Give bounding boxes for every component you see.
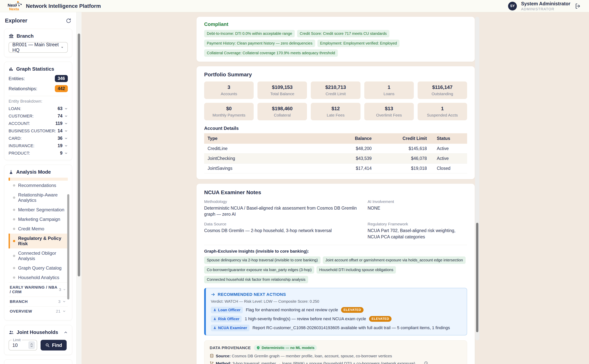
field-label: AI Involvement: [367, 199, 467, 204]
analysis-list-scrollbar[interactable]: [67, 194, 69, 299]
analysis-mode-item[interactable]: Credit Memo: [9, 224, 68, 234]
field-label: Methodology: [204, 199, 358, 204]
stepper-up-icon[interactable]: [30, 343, 33, 345]
account-type: JointSavings: [204, 163, 314, 173]
flask-icon: [9, 170, 13, 175]
stat-value: $210,713: [312, 84, 359, 90]
stepper-down-icon[interactable]: [30, 345, 33, 347]
analysis-mode-item[interactable]: Recommendations: [9, 181, 68, 190]
analysis-mode-item[interactable]: Household Analytics: [9, 273, 68, 282]
insight-badge: Household DTI including spouse obligatio…: [316, 266, 396, 273]
chevron-down-icon[interactable]: [64, 107, 68, 110]
analysis-mode-item[interactable]: Regulatory & Policy Risk: [9, 234, 68, 248]
analysis-mode-item-label: Recommendations: [18, 183, 56, 188]
entity-breakdown-row[interactable]: PRODUCT: 9: [9, 151, 68, 156]
bullet-dot-icon: [13, 267, 15, 269]
app-header: Nexi Nexta Network Intelligence Platform…: [0, 0, 589, 12]
recommended-actions-title: RECOMMENDED NEXT ACTIONS: [218, 292, 286, 297]
stat-label: Total Balance: [259, 91, 305, 96]
bullet-dot-icon: [13, 184, 15, 187]
account-table-row[interactable]: JointSavings $17,414 $19,018 Closed: [204, 163, 467, 173]
source-label: Source:: [216, 354, 231, 358]
analysis-mode-item[interactable]: Connected Obligor Analysis: [9, 248, 68, 263]
analysis-mode-item[interactable]: Graph Query Catalog: [9, 263, 68, 273]
stat-value: $13: [366, 106, 412, 111]
compliant-badge: Collateral Coverage: Collateral coverage…: [204, 49, 338, 57]
recommended-actions-box: RECOMMENDED NEXT ACTIONS Verdict: WATCH …: [204, 288, 467, 335]
entity-type-label: CUSTOMER:: [9, 114, 58, 119]
account-status: Active: [430, 144, 467, 154]
account-credit-limit: $145,618: [375, 144, 430, 154]
analysis-group-row[interactable]: OVERVIEW 21: [9, 306, 68, 316]
analysis-group-list: EARLY WARNING / NBA / CRM 3 BRANCH 3 OVE…: [9, 282, 68, 316]
limit-input[interactable]: Limit 10: [9, 340, 37, 351]
git-branch-icon: [210, 361, 214, 364]
account-credit-limit: $46,078: [375, 154, 430, 163]
joint-households-card: Joint Households Limit 10 Find: [4, 325, 72, 355]
account-table-row[interactable]: JointChecking $43,539 $46,078 Active: [204, 154, 467, 163]
role-label: Risk Officer: [218, 317, 239, 321]
analysis-mode-item[interactable]: Relationship-Aware Analytics: [9, 190, 68, 205]
source-value: Cosmos DB Gremlin graph — member profile…: [232, 354, 392, 358]
entity-breakdown-row[interactable]: CARD: 36: [9, 136, 68, 141]
field-value: Cosmos DB Gremlin — 2-hop household, 3-h…: [204, 228, 358, 234]
joint-households-title: Joint Households: [17, 329, 58, 335]
chevron-down-icon[interactable]: [64, 129, 68, 133]
analysis-mode-item-label: Household Analytics: [18, 275, 59, 280]
stat-label: Credit Limit: [312, 91, 359, 96]
entity-breakdown-row[interactable]: ACCOUNT: 119: [9, 121, 68, 126]
entity-type-count: 63: [58, 106, 62, 111]
limit-label: Limit: [12, 338, 22, 342]
analysis-item-partial[interactable]: [9, 178, 68, 181]
entity-breakdown-row[interactable]: INSURANCE: 19: [9, 143, 68, 148]
sidebar-scrollbar-thumb[interactable]: [78, 33, 80, 276]
analysis-mode-item-label: Credit Memo: [18, 226, 44, 232]
entity-type-count: 36: [58, 136, 62, 141]
stat-value: 1: [419, 106, 466, 111]
logout-icon[interactable]: [575, 3, 581, 10]
entity-breakdown-row[interactable]: BUSINESS CUSTOMER: 14: [9, 128, 68, 133]
portfolio-stat-card: $116,147 Outstanding: [418, 81, 467, 99]
branch-select[interactable]: BR001 — Main Street HQ: [9, 42, 68, 53]
entity-type-count: 119: [55, 121, 62, 126]
chevron-down-icon[interactable]: [64, 114, 68, 118]
stat-label: Loans: [366, 91, 412, 96]
account-credit-limit: $19,018: [375, 163, 430, 173]
column-header-status: Status: [430, 133, 467, 144]
examiner-fields: Methodology Deterministic NCUA / Basel-a…: [204, 199, 467, 240]
analysis-group-row[interactable]: EARLY WARNING / NBA / CRM 3: [9, 282, 68, 297]
analysis-mode-item-label: Relationship-Aware Analytics: [18, 192, 66, 203]
entity-breakdown-label: Entity Breakdown:: [9, 99, 68, 104]
entity-type-label: CARD:: [9, 136, 58, 141]
role-label: Loan Officer: [218, 308, 241, 312]
insight-badge-list: Spouse delinquency via 2-hop traversal (…: [204, 256, 467, 283]
chevron-down-icon[interactable]: [64, 151, 68, 155]
analysis-mode-item[interactable]: Marketing Campaign: [9, 214, 68, 224]
analysis-group-label: BRANCH: [10, 299, 28, 304]
number-stepper[interactable]: [28, 341, 35, 349]
chevron-up-icon[interactable]: [64, 330, 68, 334]
chevron-down-icon[interactable]: [64, 122, 68, 125]
analysis-mode-item[interactable]: Member Segmentation: [9, 205, 68, 214]
action-list: Loan Officer Flag for enhanced monitorin…: [211, 307, 462, 331]
arrow-right-icon: [211, 292, 215, 297]
user-role: ADMINISTRATOR: [521, 7, 570, 11]
chevron-down-icon: [62, 310, 66, 313]
entity-breakdown-row[interactable]: LOAN: 63: [9, 106, 68, 111]
chevron-down-icon[interactable]: [64, 144, 68, 148]
stat-label: Overlimit Fees: [366, 113, 412, 117]
chevron-down-icon: [63, 288, 66, 291]
refresh-icon[interactable]: [66, 18, 72, 24]
find-button[interactable]: Find: [40, 340, 67, 351]
chevron-down-icon[interactable]: [64, 137, 68, 140]
account-details-title: Account Details: [204, 126, 467, 131]
account-table-row[interactable]: CreditLine $48,200 $145,618 Active: [204, 144, 467, 154]
main-scrollbar-thumb[interactable]: [476, 223, 478, 332]
entity-type-count: 74: [58, 113, 62, 119]
stat-value: $198,460: [259, 106, 305, 111]
analysis-group-row[interactable]: BRANCH 3: [9, 297, 68, 306]
avatar[interactable]: SY: [508, 2, 517, 10]
entity-breakdown-row[interactable]: CUSTOMER: 74: [9, 113, 68, 119]
portfolio-stat-card: $109,153 Total Balance: [257, 81, 307, 99]
examiner-field: Methodology Deterministic NCUA / Basel-a…: [204, 199, 358, 217]
